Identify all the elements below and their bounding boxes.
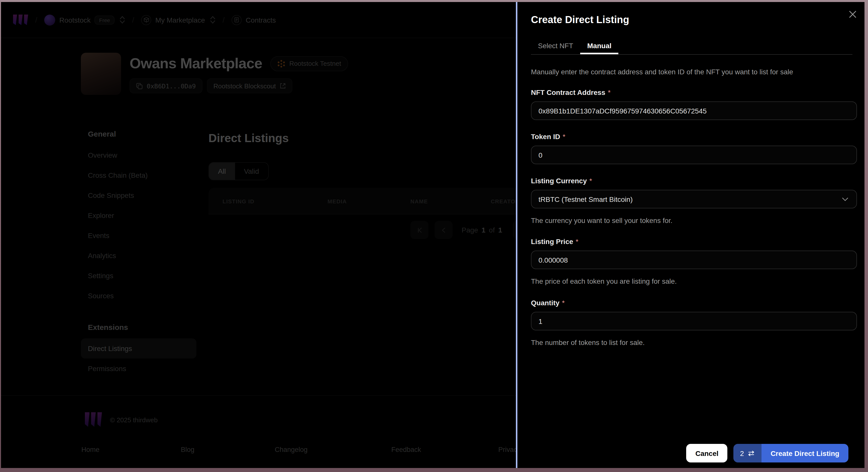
drawer-footer: Cancel 2 Create Direct Listing [686, 444, 848, 463]
field-listing-currency: Listing Currency* tRBTC (Testnet Smart B… [531, 177, 857, 224]
close-icon [849, 10, 856, 18]
drawer-description: Manually enter the contract address and … [531, 68, 855, 76]
field-label: Quantity* [531, 299, 857, 307]
submit-button-group: 2 Create Direct Listing [734, 444, 848, 463]
chevron-down-icon [842, 197, 848, 201]
drawer-title: Create Direct Listing [531, 14, 629, 26]
field-label: NFT Contract Address* [531, 88, 857, 96]
required-marker: * [589, 177, 592, 185]
app-page: / Rootstock Free / My Marketplace / [1, 2, 865, 468]
screen: / Rootstock Free / My Marketplace / [0, 0, 868, 472]
cancel-button[interactable]: Cancel [686, 444, 727, 463]
listing-currency-value: tRBTC (Testnet Smart Bitcoin) [538, 195, 633, 203]
field-listing-price: Listing Price* The price of each token y… [531, 238, 857, 285]
quantity-input[interactable] [531, 312, 857, 331]
window-frame: / Rootstock Free / My Marketplace / [0, 0, 868, 472]
listing-price-input[interactable] [531, 251, 857, 269]
field-label: Token ID* [531, 132, 857, 140]
tab-manual[interactable]: Manual [580, 37, 618, 54]
tab-select-nft[interactable]: Select NFT [531, 37, 580, 54]
field-quantity: Quantity* The number of tokens to list f… [531, 299, 857, 346]
create-direct-listing-drawer: Create Direct Listing Select NFT Manual … [516, 2, 865, 468]
required-marker: * [562, 299, 565, 307]
field-nft-contract-address: NFT Contract Address* [531, 88, 857, 120]
transaction-count: 2 [740, 449, 744, 457]
listing-currency-select[interactable]: tRBTC (Testnet Smart Bitcoin) [531, 190, 857, 209]
swap-arrows-icon [747, 450, 755, 456]
field-label: Listing Currency* [531, 177, 857, 185]
required-marker: * [563, 132, 565, 140]
field-helper: The number of tokens to list for sale. [531, 339, 857, 346]
required-marker: * [576, 238, 579, 246]
token-id-input[interactable] [531, 146, 857, 164]
field-helper: The price of each token you are listing … [531, 277, 857, 285]
close-button[interactable] [846, 8, 859, 20]
nft-contract-address-input[interactable] [531, 101, 857, 120]
create-direct-listing-button[interactable]: Create Direct Listing [762, 444, 848, 463]
field-helper: The currency you want to sell your token… [531, 216, 857, 224]
field-label: Listing Price* [531, 238, 857, 246]
field-token-id: Token ID* [531, 132, 857, 164]
drawer-tabs: Select NFT Manual [531, 37, 852, 55]
transaction-count-button[interactable]: 2 [734, 444, 762, 463]
required-marker: * [608, 88, 611, 96]
